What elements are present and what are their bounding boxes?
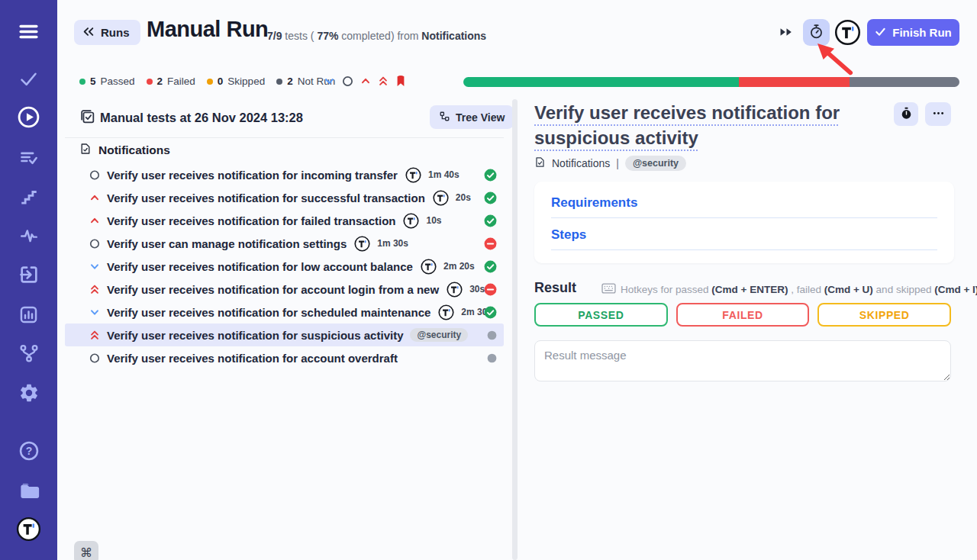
test-row[interactable]: Verify user receives notification for lo… — [65, 255, 504, 278]
sidebar-item-pulse[interactable] — [16, 224, 42, 250]
app-logo-icon[interactable] — [834, 19, 861, 46]
result-button-failed[interactable]: FAILED — [676, 303, 810, 327]
test-row[interactable]: Verify user receives notification for ac… — [65, 346, 504, 369]
panel-scrollbar[interactable] — [512, 99, 518, 560]
count-skipped: 0Skipped — [207, 76, 265, 87]
list-divider — [65, 137, 504, 138]
sidebar-item-check[interactable] — [16, 67, 42, 93]
finish-run-button[interactable]: Finish Run — [867, 19, 959, 46]
logo-small-icon — [438, 304, 454, 320]
test-timer-button[interactable] — [894, 102, 918, 126]
fast-forward-icon[interactable] — [779, 27, 794, 40]
menu-icon — [17, 20, 40, 47]
count-value: 2 — [157, 76, 163, 87]
section-heading[interactable]: Steps — [551, 227, 937, 243]
result-button-passed[interactable]: PASSED — [534, 303, 668, 327]
result-button-skipped[interactable]: SKIPPED — [817, 303, 951, 327]
progress-segment-failed — [739, 77, 849, 87]
test-row-title: Verify user receives notification for lo… — [107, 260, 413, 273]
hotkeys-segment: , failed — [788, 284, 824, 295]
chevrons-up-icon[interactable] — [378, 76, 389, 86]
check-icon — [18, 69, 39, 92]
chevrons-left-icon — [82, 26, 95, 39]
test-row[interactable]: Verify user receives notification for fa… — [65, 209, 504, 232]
section-divider — [551, 249, 937, 250]
test-row[interactable]: Verify user can manage notification sett… — [65, 232, 504, 255]
test-row-title: Verify user receives notification for sc… — [107, 306, 430, 319]
subtitle-segment: Notifications — [421, 30, 486, 42]
sidebar-item-import[interactable] — [16, 263, 42, 289]
breadcrumb-separator: | — [616, 157, 619, 169]
pulse-icon — [19, 226, 39, 249]
subtitle-segment: tests ( — [282, 30, 317, 42]
count-label: Passed — [101, 76, 135, 87]
sidebar-item-play-circle[interactable] — [16, 105, 42, 131]
run-progress-summary: 7/9 tests ( 77% completed) from Notifica… — [267, 30, 486, 42]
section-divider — [551, 217, 937, 218]
more-actions-button[interactable] — [925, 102, 951, 126]
subtitle-segment: 7/9 — [267, 30, 282, 42]
circle-icon — [89, 238, 100, 249]
stopwatch-icon — [808, 24, 824, 42]
back-to-runs-button[interactable]: Runs — [74, 20, 140, 45]
count-value: 5 — [90, 76, 96, 87]
back-to-runs-label: Runs — [101, 26, 130, 39]
suite-header[interactable]: Notifications — [79, 142, 170, 159]
sidebar-item-list-check[interactable] — [16, 146, 42, 172]
subtitle-segment: 77% — [317, 30, 338, 42]
passed-icon — [484, 191, 497, 204]
test-row[interactable]: Verify user receives notification for su… — [65, 186, 504, 209]
bookmark-icon[interactable] — [395, 75, 406, 87]
status-dot-icon — [79, 79, 85, 85]
steps-icon — [19, 187, 39, 210]
result-counts: 5Passed2Failed0Skipped2Not Run — [79, 76, 335, 87]
sidebar-item-gear[interactable] — [16, 381, 42, 407]
test-title[interactable]: Verify user receives notification for su… — [534, 100, 889, 150]
run-progress-bar — [463, 77, 959, 87]
svg-text:?: ? — [25, 445, 32, 457]
test-row[interactable]: Verify user receives notification for in… — [65, 163, 504, 186]
branch-icon — [18, 343, 40, 367]
test-row[interactable]: Verify user receives notification for ac… — [65, 278, 504, 301]
logo-small-icon — [403, 213, 419, 229]
progress-segment-passed — [463, 77, 739, 87]
tree-view-button[interactable]: Tree View — [430, 105, 514, 129]
result-message-input[interactable] — [534, 340, 951, 381]
passed-icon — [484, 260, 497, 273]
test-row-title: Verify user receives notification for ac… — [107, 283, 439, 296]
app-sidebar: ? — [0, 0, 57, 560]
sidebar-item-help[interactable]: ? — [16, 439, 42, 465]
result-heading: Result — [534, 280, 576, 296]
sidebar-item-menu[interactable] — [16, 20, 42, 46]
test-row[interactable]: Verify user receives notification for sc… — [65, 301, 504, 323]
test-rows: Verify user receives notification for in… — [65, 163, 504, 369]
cmd-key-button[interactable]: ⌘ — [74, 541, 98, 560]
circle-icon[interactable] — [342, 76, 353, 87]
breadcrumb-suite[interactable]: Notifications — [552, 157, 610, 169]
chevron-down-icon[interactable] — [324, 76, 335, 87]
finish-run-label: Finish Run — [892, 26, 952, 39]
security-tag[interactable]: @security — [625, 156, 686, 171]
logo-small-icon — [405, 167, 421, 183]
run-timer-button[interactable] — [803, 19, 830, 46]
test-row[interactable]: Verify user receives notification for su… — [65, 323, 504, 346]
count-value: 0 — [218, 76, 224, 87]
passed-icon — [484, 306, 497, 319]
chevron-up-icon — [89, 215, 100, 226]
sidebar-item-steps[interactable] — [16, 185, 42, 211]
logo-icon — [16, 517, 41, 545]
chart-icon — [18, 304, 39, 328]
sidebar-item-folder[interactable] — [16, 479, 42, 505]
chevron-up-icon[interactable] — [360, 76, 371, 86]
sidebar-item-chart[interactable] — [16, 303, 42, 329]
section-heading[interactable]: Requirements — [551, 195, 937, 211]
hotkeys-segment: (Cmd + U) — [824, 284, 873, 295]
sidebar-item-branch[interactable] — [16, 342, 42, 368]
status-dot-icon — [147, 79, 153, 85]
test-duration: 2m 20s — [443, 261, 475, 272]
sidebar-item-logo[interactable] — [16, 517, 42, 543]
logo-small-icon — [433, 190, 449, 206]
hotkeys-segment: and skipped — [873, 284, 934, 295]
list-check-icon — [18, 147, 39, 171]
page-title: Manual Run — [147, 17, 268, 42]
